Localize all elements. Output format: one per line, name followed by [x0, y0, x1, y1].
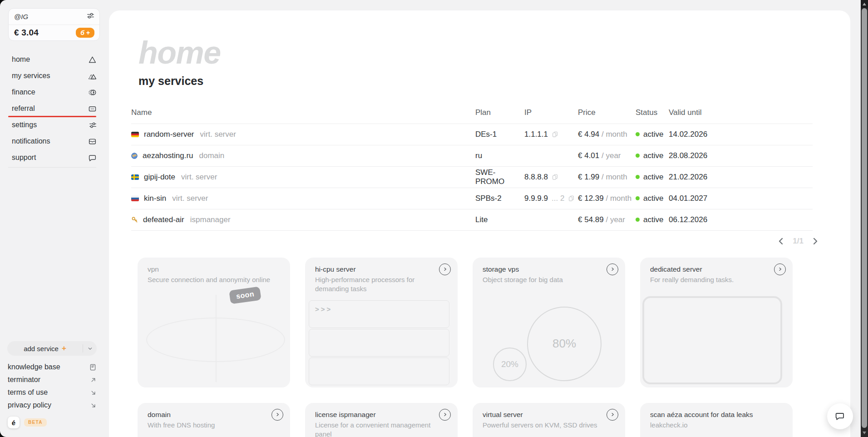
home-triangle-icon	[88, 55, 97, 64]
prev-page-button[interactable]	[777, 237, 786, 246]
copy-icon[interactable]	[552, 131, 558, 138]
link-knowledge-base[interactable]: knowledge base	[0, 361, 109, 373]
col-status: Status	[636, 108, 669, 117]
status-dot	[636, 175, 640, 179]
status-label: active	[643, 215, 663, 224]
balance-amount: € 3.04	[14, 28, 39, 38]
promo-cards-row1: vpn Secure connection and anonymity onli…	[138, 258, 850, 387]
card-desc: For really demanding tasks.	[650, 275, 783, 284]
service-kind: ispmanager	[190, 215, 231, 224]
pagination: 1/1	[131, 237, 819, 246]
card-title: scan aéza account for data leaks	[650, 411, 783, 419]
link-label: privacy policy	[8, 401, 51, 409]
card-virtual-server[interactable]: virtual server Powerful servers on KVM, …	[473, 403, 625, 437]
valid-until-value: 28.08.2026	[669, 151, 813, 160]
globe-ellipse-decoration	[146, 318, 285, 362]
nav-label: finance	[12, 88, 35, 96]
nav-label: settings	[12, 121, 37, 129]
finance-coins-icon	[88, 88, 97, 97]
card-domain[interactable]: domain With free DNS hosting	[138, 403, 290, 437]
sidebar-item-support[interactable]: support	[0, 149, 109, 166]
table-row[interactable]: kin-sin virt. server SPBs-2 9.9.9.9 ... …	[131, 188, 813, 209]
price-value: € 4.94	[578, 130, 599, 139]
sidebar-item-referral[interactable]: referral	[0, 100, 109, 117]
sidebar-item-my-services[interactable]: my services	[0, 68, 109, 84]
terminal-decoration: >>>	[309, 300, 449, 385]
link-label: terms of use	[8, 388, 48, 397]
nav-label: referral	[12, 104, 35, 113]
circled-arrow-icon[interactable]	[439, 263, 451, 275]
scrollbar-thumb[interactable]	[862, 8, 867, 428]
sidebar-item-finance[interactable]: finance	[0, 84, 109, 100]
beta-badge: BETA	[24, 418, 47, 427]
nav-label: support	[12, 154, 36, 162]
col-valid-until: Valid until	[669, 108, 813, 117]
chevron-down-icon[interactable]	[83, 346, 97, 352]
service-name: defeated-air	[143, 215, 184, 224]
circled-arrow-icon[interactable]	[774, 263, 786, 275]
next-page-button[interactable]	[810, 237, 819, 246]
status-dot	[636, 196, 640, 200]
page-watermark: home	[138, 38, 850, 68]
link-terms-of-use[interactable]: terms of use	[0, 386, 109, 399]
card-title: dedicated server	[650, 265, 783, 273]
scrollbar[interactable]	[861, 0, 868, 437]
price-value: € 1.99	[578, 173, 599, 181]
aeza-logo[interactable]: é	[8, 417, 20, 428]
chat-button[interactable]	[827, 403, 853, 429]
arrow-down-right-icon	[90, 402, 97, 409]
card-license-ispmanager[interactable]: license ispmanager License for a conveni…	[305, 403, 458, 437]
table-row[interactable]: aezahosting.ru domain ru € 4.01 / year a…	[131, 145, 813, 167]
table-row[interactable]: defeated-air ispmanager Lite € 54.89 / y…	[131, 209, 813, 231]
card-desc: License for a convenient management pane…	[315, 421, 448, 437]
circled-arrow-icon[interactable]	[607, 263, 618, 275]
card-storage-vps[interactable]: storage vps Object storage for big data …	[473, 258, 625, 387]
russia-flag-icon	[131, 196, 139, 201]
plan-value: ru	[475, 151, 524, 160]
sidebar-item-home[interactable]: home	[0, 51, 109, 68]
card-hi-cpu-server[interactable]: hi-cpu server High-performance processor…	[305, 258, 458, 387]
circled-arrow-icon[interactable]	[271, 409, 283, 421]
referral-card-icon	[88, 104, 97, 113]
sweden-flag-icon	[131, 174, 139, 180]
table-row[interactable]: gipij-dote virt. server SWE-PROMO 8.8.8.…	[131, 167, 813, 188]
service-kind: virt. server	[172, 194, 208, 203]
copy-icon[interactable]	[568, 195, 575, 202]
circled-arrow-icon[interactable]	[439, 409, 451, 421]
card-title: vpn	[148, 265, 280, 273]
link-terminator[interactable]: terminator	[0, 373, 109, 386]
card-scan-data-leaks[interactable]: scan aéza account for data leaks leakche…	[640, 403, 793, 437]
price-period: / year	[602, 151, 621, 160]
link-privacy-policy[interactable]: privacy policy	[0, 399, 109, 412]
card-dedicated-server[interactable]: dedicated server For really demanding ta…	[640, 258, 793, 387]
table-row[interactable]: random-server virt. server DEs-1 1.1.1.1…	[131, 124, 813, 145]
globe-icon	[131, 153, 138, 159]
storage-circle-20: 20%	[493, 348, 527, 381]
promo-cards-row2: domain With free DNS hosting license isp…	[138, 403, 850, 437]
add-service-button[interactable]: add service +	[7, 341, 97, 356]
sliders-icon	[87, 12, 94, 21]
bonus-badge[interactable]: б +	[76, 28, 94, 38]
valid-until-value: 21.02.2026	[669, 173, 813, 182]
account-handle-row[interactable]: @IG	[9, 9, 99, 25]
storage-circle-80: 80%	[527, 307, 602, 381]
plan-value: DEs-1	[475, 130, 524, 139]
add-service-main[interactable]: add service +	[7, 344, 83, 353]
plan-value: SPBs-2	[475, 194, 524, 203]
scroll-up-arrow[interactable]	[861, 0, 868, 8]
status-label: active	[643, 173, 663, 182]
service-kind: virt. server	[200, 130, 236, 139]
page-indicator: 1/1	[793, 237, 804, 246]
copy-icon[interactable]	[552, 174, 558, 180]
services-table: Name Plan IP Price Status Valid until ra…	[131, 102, 813, 231]
scroll-down-arrow[interactable]	[861, 429, 868, 437]
card-desc: Secure connection and anonymity online	[148, 275, 280, 284]
sidebar-item-notifications[interactable]: notifications	[0, 133, 109, 149]
add-service-label: add service	[24, 345, 59, 353]
service-name: kin-sin	[144, 194, 166, 203]
arrow-down-right-icon	[90, 389, 97, 396]
circled-arrow-icon[interactable]	[607, 409, 618, 421]
sidebar-item-settings[interactable]: settings	[0, 117, 109, 133]
sidebar: @IG € 3.04 б + home	[0, 0, 109, 437]
soon-badge: soon	[229, 286, 261, 304]
